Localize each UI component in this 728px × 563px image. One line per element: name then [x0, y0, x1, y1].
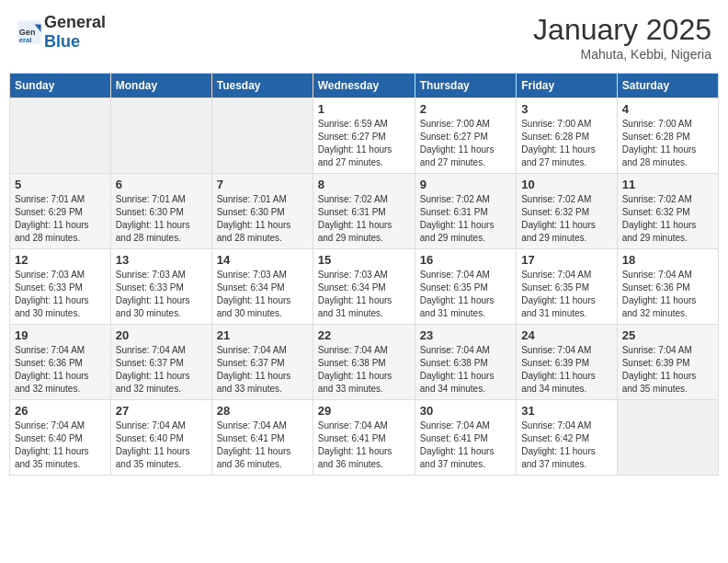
day-info-line: Sunset: 6:39 PM [521, 358, 589, 368]
calendar-cell: 17Sunrise: 7:04 AMSunset: 6:35 PMDayligh… [517, 249, 618, 325]
day-info-line: Daylight: 11 hours and 30 minutes. [116, 295, 190, 318]
day-info-line: Daylight: 11 hours and 37 minutes. [521, 446, 596, 469]
day-info: Sunrise: 7:04 AMSunset: 6:36 PMDaylight:… [622, 269, 713, 320]
location-subtitle: Mahuta, Kebbi, Nigeria [533, 47, 711, 62]
calendar-week-4: 19Sunrise: 7:04 AMSunset: 6:36 PMDayligh… [10, 325, 719, 400]
day-info: Sunrise: 6:59 AMSunset: 6:27 PMDaylight:… [318, 118, 410, 169]
day-info-line: Sunrise: 7:00 AM [420, 119, 490, 129]
day-info-line: Sunrise: 7:01 AM [116, 194, 186, 204]
day-info-line: Sunrise: 7:02 AM [318, 194, 388, 204]
day-info-line: Sunrise: 7:03 AM [318, 270, 388, 280]
day-number: 7 [217, 178, 308, 191]
calendar-cell: 28Sunrise: 7:04 AMSunset: 6:41 PMDayligh… [211, 400, 313, 476]
day-info-line: Sunrise: 7:04 AM [622, 345, 692, 355]
day-info-line: Daylight: 11 hours and 35 minutes. [116, 446, 190, 469]
day-info-line: Sunrise: 7:02 AM [420, 194, 490, 204]
day-info-line: Sunrise: 7:00 AM [521, 119, 591, 129]
calendar-cell [211, 98, 313, 174]
day-number: 25 [622, 328, 713, 342]
calendar-cell: 1Sunrise: 6:59 AMSunset: 6:27 PMDaylight… [313, 98, 415, 174]
day-info: Sunrise: 7:03 AMSunset: 6:33 PMDaylight:… [15, 269, 106, 320]
calendar-week-3: 12Sunrise: 7:03 AMSunset: 6:33 PMDayligh… [10, 249, 719, 325]
day-info: Sunrise: 7:04 AMSunset: 6:41 PMDaylight:… [318, 419, 410, 471]
day-number: 8 [318, 178, 410, 191]
month-title: January 2025 [533, 13, 711, 47]
day-info-line: Sunset: 6:38 PM [420, 358, 488, 368]
svg-text:eral: eral [19, 36, 32, 44]
calendar-cell: 29Sunrise: 7:04 AMSunset: 6:41 PMDayligh… [313, 400, 415, 476]
svg-text:Gen: Gen [19, 28, 36, 37]
day-info: Sunrise: 7:04 AMSunset: 6:42 PMDaylight:… [521, 419, 612, 471]
day-info-line: Sunset: 6:27 PM [318, 132, 386, 142]
day-number: 11 [622, 178, 713, 191]
calendar-cell [617, 400, 718, 476]
calendar-cell: 3Sunrise: 7:00 AMSunset: 6:28 PMDaylight… [517, 98, 618, 174]
day-number: 1 [318, 102, 410, 116]
day-info: Sunrise: 7:01 AMSunset: 6:30 PMDaylight:… [217, 193, 308, 245]
day-number: 5 [15, 178, 106, 191]
day-info-line: Sunset: 6:31 PM [420, 207, 488, 217]
day-info-line: Daylight: 11 hours and 37 minutes. [420, 446, 495, 469]
day-info-line: Sunrise: 7:04 AM [521, 270, 591, 280]
calendar-cell: 4Sunrise: 7:00 AMSunset: 6:28 PMDaylight… [617, 98, 718, 174]
day-info-line: Sunset: 6:41 PM [318, 433, 386, 443]
day-info-line: Sunset: 6:32 PM [622, 207, 690, 217]
day-info-line: Sunrise: 7:04 AM [15, 420, 85, 431]
calendar-cell: 19Sunrise: 7:04 AMSunset: 6:36 PMDayligh… [10, 325, 111, 400]
day-info-line: Daylight: 11 hours and 35 minutes. [15, 446, 89, 469]
day-number: 3 [521, 102, 612, 116]
day-info-line: Sunrise: 7:04 AM [420, 345, 490, 355]
day-info-line: Sunrise: 7:04 AM [116, 345, 186, 355]
calendar-week-1: 1Sunrise: 6:59 AMSunset: 6:27 PMDaylight… [10, 98, 719, 174]
day-info-line: Sunrise: 7:04 AM [318, 345, 388, 355]
day-info: Sunrise: 7:02 AMSunset: 6:31 PMDaylight:… [420, 193, 511, 245]
day-info-line: Sunset: 6:41 PM [217, 433, 285, 443]
day-number: 10 [521, 178, 612, 191]
calendar-week-2: 5Sunrise: 7:01 AMSunset: 6:29 PMDaylight… [10, 174, 719, 249]
day-info-line: Sunrise: 6:59 AM [318, 119, 388, 129]
day-info: Sunrise: 7:04 AMSunset: 6:38 PMDaylight:… [318, 344, 410, 396]
calendar-cell: 15Sunrise: 7:03 AMSunset: 6:34 PMDayligh… [313, 249, 415, 325]
calendar-cell: 12Sunrise: 7:03 AMSunset: 6:33 PMDayligh… [10, 249, 111, 325]
day-info-line: Sunset: 6:29 PM [15, 207, 83, 217]
calendar-cell: 20Sunrise: 7:04 AMSunset: 6:37 PMDayligh… [110, 325, 211, 400]
logo-text-general: General [44, 13, 106, 31]
calendar-cell: 13Sunrise: 7:03 AMSunset: 6:33 PMDayligh… [110, 249, 211, 325]
logo-text-blue: Blue [44, 32, 80, 51]
calendar-cell: 11Sunrise: 7:02 AMSunset: 6:32 PMDayligh… [617, 174, 718, 249]
calendar-cell: 9Sunrise: 7:02 AMSunset: 6:31 PMDaylight… [415, 174, 516, 249]
col-header-friday: Friday [517, 74, 618, 98]
calendar-cell: 18Sunrise: 7:04 AMSunset: 6:36 PMDayligh… [617, 249, 718, 325]
calendar-cell: 30Sunrise: 7:04 AMSunset: 6:41 PMDayligh… [415, 400, 516, 476]
col-header-sunday: Sunday [10, 74, 111, 98]
day-info-line: Sunrise: 7:03 AM [15, 270, 85, 280]
calendar-cell: 8Sunrise: 7:02 AMSunset: 6:31 PMDaylight… [313, 174, 415, 249]
day-info-line: Sunrise: 7:01 AM [15, 194, 85, 204]
day-info-line: Sunrise: 7:04 AM [420, 420, 490, 431]
day-info-line: Daylight: 11 hours and 28 minutes. [116, 220, 190, 243]
day-info-line: Daylight: 11 hours and 30 minutes. [217, 295, 291, 318]
day-info: Sunrise: 7:04 AMSunset: 6:38 PMDaylight:… [420, 344, 511, 396]
day-info: Sunrise: 7:04 AMSunset: 6:41 PMDaylight:… [420, 419, 511, 471]
calendar-cell: 21Sunrise: 7:04 AMSunset: 6:37 PMDayligh… [211, 325, 313, 400]
day-info-line: Daylight: 11 hours and 32 minutes. [116, 371, 190, 394]
day-info-line: Sunset: 6:34 PM [318, 282, 386, 293]
day-number: 30 [420, 404, 511, 418]
day-info-line: Daylight: 11 hours and 32 minutes. [15, 371, 89, 394]
calendar-cell: 31Sunrise: 7:04 AMSunset: 6:42 PMDayligh… [517, 400, 618, 476]
day-info-line: Daylight: 11 hours and 27 minutes. [318, 144, 392, 167]
day-info-line: Sunset: 6:42 PM [521, 433, 589, 443]
calendar-cell: 27Sunrise: 7:04 AMSunset: 6:40 PMDayligh… [110, 400, 211, 476]
day-info-line: Sunset: 6:32 PM [521, 207, 589, 217]
day-info-line: Daylight: 11 hours and 28 minutes. [15, 220, 89, 243]
day-info-line: Daylight: 11 hours and 29 minutes. [420, 220, 495, 243]
day-info: Sunrise: 7:02 AMSunset: 6:32 PMDaylight:… [521, 193, 612, 245]
day-info-line: Daylight: 11 hours and 31 minutes. [521, 295, 596, 318]
calendar-table: SundayMondayTuesdayWednesdayThursdayFrid… [9, 73, 719, 476]
day-info-line: Sunset: 6:34 PM [217, 282, 285, 293]
logo: Gen eral General Blue [17, 13, 106, 52]
day-info: Sunrise: 7:02 AMSunset: 6:32 PMDaylight:… [622, 193, 713, 245]
day-number: 27 [116, 404, 207, 418]
day-info-line: Sunset: 6:31 PM [318, 207, 386, 217]
day-info: Sunrise: 7:03 AMSunset: 6:34 PMDaylight:… [217, 269, 308, 320]
